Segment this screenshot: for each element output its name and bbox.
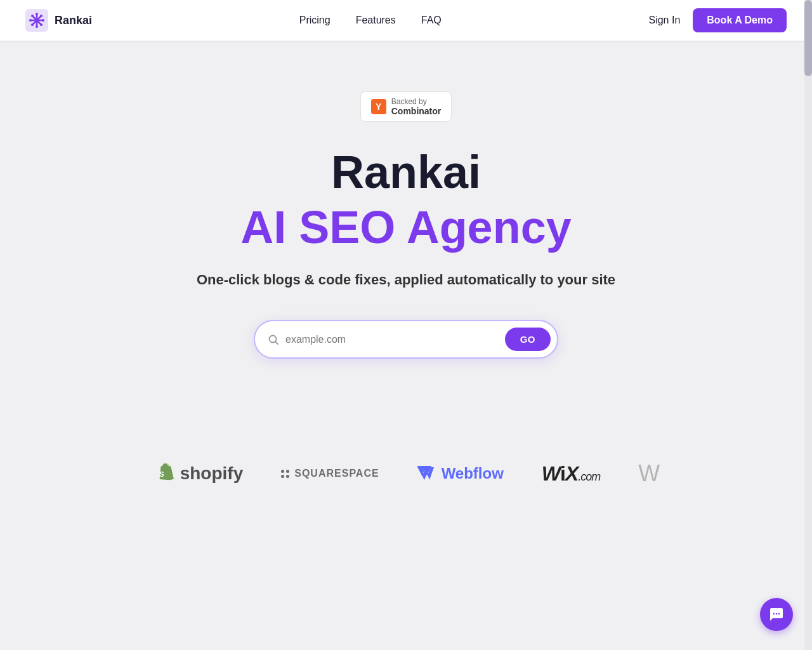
brand-name: Rankai: [55, 14, 92, 27]
nav-faq[interactable]: FAQ: [421, 15, 442, 26]
shopify-logo: S shopify: [152, 462, 244, 485]
book-demo-button[interactable]: Book A Demo: [693, 8, 787, 32]
main-content: Y Backed by Combinator Rankai AI SEO Age…: [0, 0, 812, 525]
svg-point-12: [31, 23, 34, 26]
svg-point-10: [40, 23, 43, 26]
svg-point-7: [29, 19, 32, 22]
svg-point-19: [778, 613, 780, 614]
svg-point-9: [31, 15, 34, 17]
svg-point-18: [776, 613, 777, 614]
navbar-links: Pricing Features FAQ: [299, 15, 442, 26]
wix-text: WiX.com: [542, 462, 600, 486]
wordpress-text: W: [638, 460, 660, 487]
scrollbar-track[interactable]: [804, 0, 812, 650]
svg-point-8: [42, 19, 44, 22]
search-container: GO: [254, 320, 558, 359]
yc-logo-icon: Y: [371, 99, 386, 114]
hero-title-line1: Rankai: [331, 147, 481, 197]
navbar-actions: Sign In Book A Demo: [648, 8, 787, 32]
hero-subtitle: One-click blogs & code fixes, applied au…: [197, 272, 615, 288]
navbar: Rankai Pricing Features FAQ Sign In Book…: [0, 0, 812, 41]
yc-backed-label: Backed by: [391, 97, 442, 106]
yc-text-group: Backed by Combinator: [391, 97, 442, 116]
shopify-text: shopify: [180, 463, 244, 484]
wix-logo: WiX.com: [542, 462, 600, 486]
nav-pricing[interactable]: Pricing: [299, 15, 331, 26]
svg-text:S: S: [159, 471, 164, 479]
svg-point-17: [773, 613, 775, 614]
squarespace-icon: [281, 470, 289, 478]
yc-badge: Y Backed by Combinator: [360, 91, 452, 122]
chat-icon: [769, 607, 784, 622]
partners-section: S shopify SQUARESPACE: [0, 448, 812, 525]
svg-line-14: [276, 342, 278, 344]
scrollbar-thumb[interactable]: [804, 0, 812, 76]
sign-in-button[interactable]: Sign In: [648, 15, 680, 26]
hero-title-line2: AI SEO Agency: [240, 202, 571, 253]
hero-section: Y Backed by Combinator Rankai AI SEO Age…: [0, 41, 812, 448]
search-icon: [268, 334, 279, 345]
brand-logo-icon: [25, 9, 48, 32]
chat-button[interactable]: [760, 598, 793, 631]
wordpress-logo: W: [638, 460, 660, 487]
svg-point-5: [36, 13, 38, 15]
navbar-brand: Rankai: [25, 9, 92, 32]
svg-point-6: [36, 25, 38, 28]
squarespace-text: SQUARESPACE: [294, 468, 379, 479]
svg-marker-16: [417, 467, 434, 480]
nav-features[interactable]: Features: [356, 15, 396, 26]
svg-point-13: [270, 335, 277, 342]
shopify-icon: S: [152, 462, 175, 485]
svg-point-11: [40, 15, 43, 17]
squarespace-logo: SQUARESPACE: [281, 468, 379, 479]
yc-brand-label: Combinator: [391, 106, 442, 116]
search-bar: GO: [254, 320, 558, 359]
url-search-input[interactable]: [285, 334, 505, 345]
webflow-icon: [417, 466, 436, 481]
webflow-text: Webflow: [442, 465, 504, 482]
webflow-logo: Webflow: [417, 465, 504, 482]
go-button[interactable]: GO: [505, 328, 551, 351]
